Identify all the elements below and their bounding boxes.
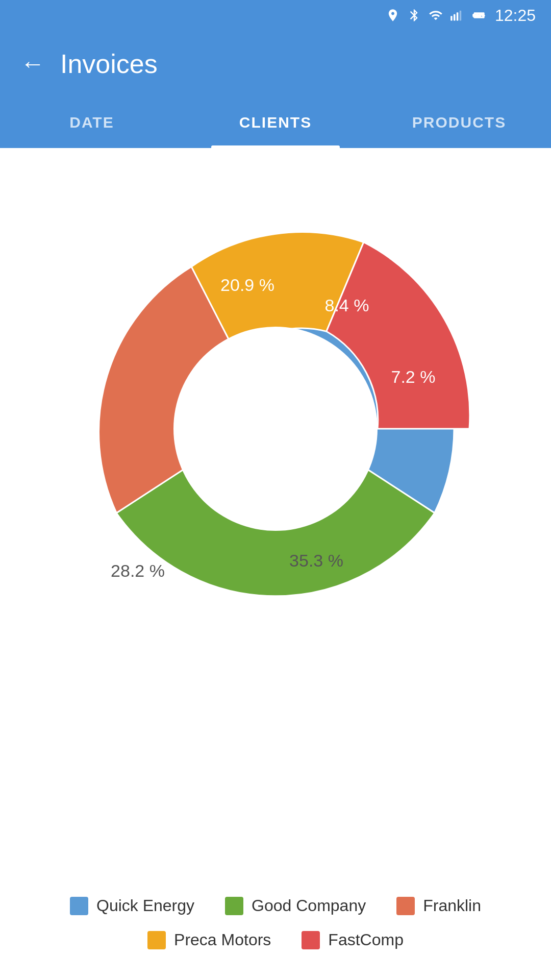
label-fastcomp: 7.2 % — [391, 367, 436, 386]
page-title: Invoices — [60, 48, 158, 79]
svg-rect-1 — [454, 14, 456, 21]
legend-label-preca-motors: Preca Motors — [174, 930, 271, 949]
status-bar: 12:25 — [0, 0, 551, 31]
legend-label-fastcomp: FastComp — [328, 930, 404, 949]
status-icons — [386, 8, 486, 22]
status-time: 12:25 — [495, 6, 536, 25]
back-button[interactable]: ← — [20, 52, 45, 76]
label-franklin: 20.9 % — [220, 275, 274, 295]
legend-color-fastcomp — [302, 931, 320, 949]
legend-color-good-company — [225, 897, 243, 915]
legend-label-quick-energy: Quick Energy — [96, 896, 194, 915]
svg-rect-6 — [484, 15, 485, 16]
chart-legend: Quick Energy Good Company Franklin Preca… — [0, 866, 551, 980]
bluetooth-icon — [407, 8, 421, 22]
donut-hole — [173, 327, 378, 531]
svg-rect-5 — [474, 15, 481, 17]
svg-rect-2 — [457, 12, 459, 20]
signal-icon — [450, 8, 464, 22]
legend-color-franklin — [396, 897, 415, 915]
label-quick-energy: 35.3 % — [289, 551, 343, 570]
legend-color-quick-energy — [70, 897, 88, 915]
donut-chart: 35.3 % 28.2 % 20.9 % 8.4 % 7.2 % — [56, 209, 495, 648]
tabs-bar: DATE CLIENTS PRODUCTS — [0, 97, 551, 148]
header: ← Invoices — [0, 31, 551, 97]
svg-rect-3 — [460, 11, 462, 21]
legend-item-fastcomp: FastComp — [302, 930, 404, 949]
chart-container: 35.3 % 28.2 % 20.9 % 8.4 % 7.2 % — [56, 209, 495, 648]
legend-item-franklin: Franklin — [396, 896, 481, 915]
battery-icon — [471, 8, 486, 22]
label-good-company: 28.2 % — [111, 561, 165, 580]
legend-item-good-company: Good Company — [225, 896, 366, 915]
content-area: 35.3 % 28.2 % 20.9 % 8.4 % 7.2 % Quick E… — [0, 148, 551, 980]
legend-item-preca-motors: Preca Motors — [147, 930, 271, 949]
legend-label-good-company: Good Company — [252, 896, 366, 915]
legend-color-preca-motors — [147, 931, 166, 949]
page-wrapper: 12:25 ← Invoices DATE CLIENTS PRODUCTS — [0, 0, 551, 980]
tab-clients[interactable]: CLIENTS — [184, 97, 367, 148]
label-preca-motors: 8.4 % — [325, 296, 369, 315]
svg-rect-0 — [450, 16, 453, 20]
wifi-icon — [429, 8, 443, 22]
location-icon — [386, 8, 400, 22]
tab-date[interactable]: DATE — [0, 97, 184, 148]
legend-label-franklin: Franklin — [423, 896, 481, 915]
tab-products[interactable]: PRODUCTS — [367, 97, 551, 148]
legend-item-quick-energy: Quick Energy — [70, 896, 194, 915]
